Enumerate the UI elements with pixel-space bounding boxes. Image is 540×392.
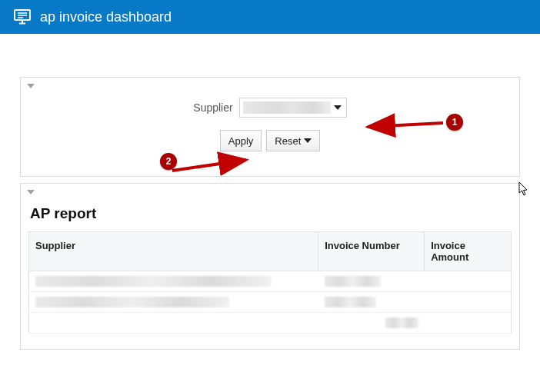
col-invoice-number[interactable]: Invoice Number (318, 232, 425, 271)
collapse-caret-icon[interactable] (27, 84, 35, 88)
monitor-icon (14, 9, 31, 25)
filter-panel: Supplier Apply Reset (20, 77, 520, 177)
annotation-badge-1: 1 (446, 114, 463, 131)
chevron-down-icon (334, 105, 342, 110)
apply-button-label: Apply (228, 135, 254, 147)
supplier-select[interactable] (239, 98, 347, 118)
ap-report-table: Supplier Invoice Number Invoice Amount (28, 231, 512, 334)
annotation-badge-1-label: 1 (452, 117, 458, 128)
supplier-select-value (243, 101, 331, 114)
annotation-badge-2-label: 2 (166, 156, 172, 167)
apply-button[interactable]: Apply (220, 130, 262, 151)
col-supplier[interactable]: Supplier (29, 232, 318, 271)
chevron-down-icon (304, 138, 312, 143)
reset-button-label: Reset (275, 135, 301, 147)
table-row[interactable] (29, 313, 512, 334)
page-title: ap invoice dashboard (40, 9, 172, 25)
report-panel: AP report Supplier Invoice Number Invoic… (20, 183, 520, 350)
collapse-caret-icon[interactable] (27, 190, 35, 194)
report-title: AP report (30, 205, 512, 222)
col-invoice-amount[interactable]: Invoice Amount (425, 232, 512, 271)
table-row[interactable] (29, 292, 512, 313)
annotation-badge-2: 2 (160, 153, 177, 170)
app-header: ap invoice dashboard (0, 0, 540, 34)
supplier-label: Supplier (193, 101, 232, 114)
table-row[interactable] (29, 271, 512, 292)
reset-button[interactable]: Reset (266, 130, 320, 151)
table-header-row: Supplier Invoice Number Invoice Amount (29, 232, 512, 271)
cursor-icon (518, 181, 529, 197)
